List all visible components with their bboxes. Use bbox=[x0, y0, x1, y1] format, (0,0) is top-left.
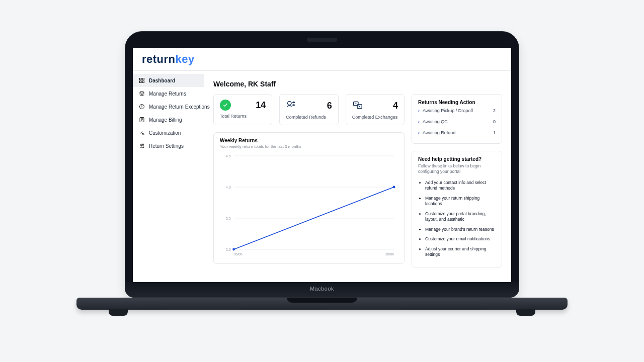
stat-value: 14 bbox=[256, 100, 266, 111]
action-label: Awaiting QC bbox=[423, 119, 448, 124]
action-label: Awaiting Refund bbox=[423, 130, 455, 135]
weekly-returns-chart: 3.03.54.04.506/0620/06 bbox=[220, 153, 398, 258]
svg-point-7 bbox=[142, 144, 143, 145]
svg-text:06/06: 06/06 bbox=[234, 252, 243, 256]
wrench-icon bbox=[139, 130, 145, 136]
brand-logo: returnkey bbox=[142, 53, 195, 66]
action-count: 2 bbox=[493, 108, 496, 113]
sidebar-item-return-settings[interactable]: Return Settings bbox=[133, 139, 204, 152]
help-list: Add your contact info and select refund … bbox=[425, 180, 496, 258]
sidebar-item-label: Customization bbox=[149, 130, 181, 136]
laptop-chin: Macbook bbox=[125, 282, 519, 297]
chevron-right-icon: › bbox=[418, 119, 420, 124]
action-awaiting-pickup[interactable]: ›Awaiting Pickup / Dropoff 2 bbox=[418, 105, 496, 116]
sidebar-item-label: Manage Returns bbox=[149, 91, 186, 97]
stat-label: Completed Refunds bbox=[286, 115, 332, 120]
brand-part1: return bbox=[142, 53, 176, 65]
app-body: Dashboard Manage Returns Manage Return E… bbox=[133, 71, 511, 286]
stat-label: Total Returns bbox=[220, 114, 266, 119]
laptop-base bbox=[76, 298, 568, 319]
check-circle-icon bbox=[220, 100, 231, 111]
svg-point-10 bbox=[288, 102, 291, 105]
chart-subtitle: Your weekly return totals for the last 3… bbox=[220, 144, 398, 149]
svg-rect-1 bbox=[142, 78, 144, 80]
svg-text:3.0: 3.0 bbox=[226, 248, 231, 251]
panel-subtitle: Follow these links below to begin config… bbox=[418, 163, 496, 175]
svg-text:4.5: 4.5 bbox=[226, 154, 231, 158]
page-title: Welcome, RK Staff bbox=[213, 80, 502, 88]
returns-needing-action-card: Returns Needing Action ›Awaiting Pickup … bbox=[412, 94, 502, 144]
sidebar-item-label: Return Settings bbox=[149, 143, 184, 149]
panel-title: Returns Needing Action bbox=[418, 100, 496, 105]
grid-icon bbox=[139, 77, 145, 83]
svg-point-23 bbox=[232, 248, 235, 251]
refund-icon bbox=[286, 100, 297, 112]
action-count: 1 bbox=[493, 130, 496, 135]
action-awaiting-qc[interactable]: ›Awaiting QC 0 bbox=[418, 116, 496, 127]
svg-point-5 bbox=[142, 108, 142, 108]
action-awaiting-refund[interactable]: ›Awaiting Refund 1 bbox=[418, 127, 496, 138]
app-root: returnkey Dashboard bbox=[133, 48, 511, 286]
stat-label: Completed Exchanges bbox=[352, 115, 398, 120]
stat-completed-exchanges: 4 Completed Exchanges bbox=[346, 94, 405, 125]
stat-total-returns: 14 Total Returns bbox=[213, 94, 272, 125]
svg-point-24 bbox=[393, 186, 395, 189]
svg-text:4.0: 4.0 bbox=[226, 186, 231, 189]
help-link-reasons[interactable]: Manage your brand's return reasons bbox=[425, 227, 496, 232]
chart-title: Weekly Returns bbox=[220, 138, 398, 143]
svg-point-8 bbox=[141, 145, 142, 146]
billing-icon bbox=[139, 117, 145, 123]
left-column: 14 Total Returns bbox=[213, 94, 405, 267]
chevron-right-icon: › bbox=[418, 130, 420, 135]
svg-rect-3 bbox=[140, 81, 142, 83]
help-link-branding[interactable]: Customize your portal branding, layout, … bbox=[425, 211, 496, 223]
help-link-contact[interactable]: Add your contact info and select refund … bbox=[425, 180, 496, 192]
app-screen: returnkey Dashboard bbox=[133, 48, 511, 286]
svg-text:20/06: 20/06 bbox=[385, 252, 394, 256]
sidebar-item-label: Dashboard bbox=[149, 78, 175, 83]
svg-rect-0 bbox=[140, 78, 142, 80]
getting-started-card: Need help getting started? Follow these … bbox=[412, 151, 502, 267]
sliders-icon bbox=[139, 143, 145, 149]
stats-row: 14 Total Returns bbox=[213, 94, 405, 125]
exceptions-icon bbox=[139, 104, 145, 110]
action-label: Awaiting Pickup / Dropoff bbox=[423, 108, 473, 113]
right-column: Returns Needing Action ›Awaiting Pickup … bbox=[412, 94, 502, 267]
weekly-returns-card: Weekly Returns Your weekly return totals… bbox=[213, 132, 405, 264]
sidebar-item-dashboard[interactable]: Dashboard bbox=[133, 74, 204, 87]
help-link-emails[interactable]: Customize your email notifications bbox=[425, 236, 496, 242]
sidebar-item-customization[interactable]: Customization bbox=[133, 126, 204, 139]
stat-completed-refunds: 6 Completed Refunds bbox=[279, 94, 338, 125]
panel-title: Need help getting started? bbox=[418, 156, 496, 162]
chevron-right-icon: › bbox=[418, 108, 420, 113]
sidebar: Dashboard Manage Returns Manage Return E… bbox=[133, 71, 204, 286]
sidebar-item-label: Manage Return Exceptions bbox=[149, 104, 210, 110]
stat-value: 4 bbox=[393, 101, 398, 111]
svg-text:3.5: 3.5 bbox=[226, 217, 231, 220]
sidebar-item-manage-billing[interactable]: Manage Billing bbox=[133, 113, 204, 126]
help-link-courier[interactable]: Adjust your courier and shipping setting… bbox=[425, 246, 496, 258]
laptop-frame: returnkey Dashboard bbox=[125, 31, 519, 298]
main-content: Welcome, RK Staff 14 bbox=[204, 71, 511, 286]
laptop-notch bbox=[307, 38, 337, 42]
laptop-label: Macbook bbox=[310, 286, 334, 292]
sidebar-item-return-exceptions[interactable]: Manage Return Exceptions bbox=[133, 100, 204, 113]
stat-value: 6 bbox=[327, 101, 332, 111]
sidebar-item-manage-returns[interactable]: Manage Returns bbox=[133, 87, 204, 100]
brand-part2: key bbox=[176, 53, 195, 65]
exchange-icon bbox=[352, 100, 363, 112]
returns-icon bbox=[139, 90, 145, 97]
top-row: 14 Total Returns bbox=[213, 94, 502, 267]
action-count: 0 bbox=[493, 119, 496, 124]
svg-rect-2 bbox=[142, 81, 144, 83]
topbar: returnkey bbox=[133, 48, 511, 71]
help-link-shipping[interactable]: Manage your return shipping locations bbox=[425, 196, 496, 207]
sidebar-item-label: Manage Billing bbox=[149, 117, 182, 123]
